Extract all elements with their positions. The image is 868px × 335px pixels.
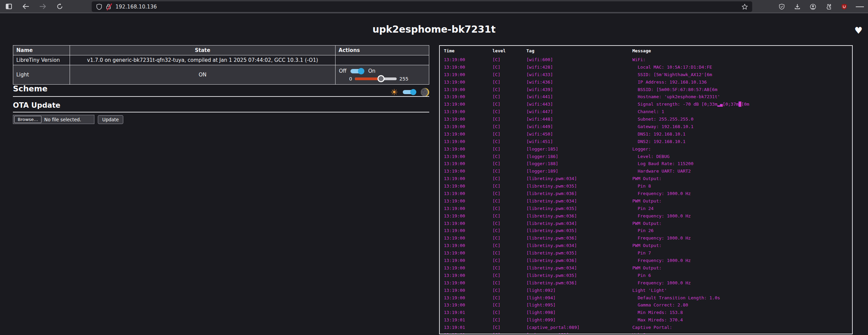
log-cell-message: PWM Output: (632, 242, 852, 249)
log-cell-time: 13:19:01 (444, 331, 492, 334)
log-cell-level: [C] (492, 93, 526, 101)
log-row: 13:19:00[C][libretiny.pwm:036] Frequency… (440, 212, 852, 220)
log-cell-message: DNS1: 192.168.10.1 (632, 130, 852, 138)
col-header-name: Name (13, 46, 70, 55)
log-cell-time: 13:19:00 (444, 212, 492, 220)
page-title: upk2esphome-bk7231t (0, 24, 868, 35)
insecure-lock-icon[interactable] (106, 3, 112, 10)
log-cell-time: 13:19:00 (444, 242, 492, 249)
back-icon[interactable] (22, 2, 30, 11)
log-row: 13:19:00[C][light:094] Default Transitio… (440, 294, 852, 302)
update-button[interactable]: Update (98, 115, 123, 124)
log-cell-time: 13:19:00 (444, 182, 492, 190)
log-cell-message: Pin 6 (632, 272, 852, 279)
log-cell-tag: [wifi:600] (526, 56, 632, 64)
log-cell-level: [C] (492, 64, 526, 71)
log-panel[interactable]: Time level Tag Message 13:19:00[C][wifi:… (439, 45, 853, 334)
log-cell-level: [C] (492, 227, 526, 234)
log-cell-message: WiFi: (632, 56, 852, 64)
light-toggle[interactable] (350, 69, 364, 73)
log-cell-level: [C] (492, 242, 526, 249)
light-off-label: Off (339, 68, 346, 74)
entity-state: v1.7.0 on generic-bk7231t-qfn32-tuya, co… (70, 55, 335, 65)
bookmark-star-icon[interactable] (741, 3, 749, 11)
log-cell-tag: [libretiny.pwm:036] (526, 279, 632, 287)
log-row: 13:19:01[C][light:098] Min Mireds: 153.8 (440, 309, 852, 316)
log-cell-message: Hardware UART: UART2 (632, 168, 852, 175)
log-cell-level: [C] (492, 190, 526, 197)
log-cell-time: 13:19:00 (444, 153, 492, 160)
log-cell-level: [C] (492, 287, 526, 294)
log-cell-message: PWM Output: (632, 264, 852, 272)
log-cell-message: Local MAC: 10:5A:17:D1:D4:FE (632, 64, 852, 71)
log-row: 13:19:00[C][wifi:443] Signal strength: -… (440, 101, 852, 108)
ota-divider (13, 112, 429, 112)
log-cell-tag: [web_server:153] (526, 331, 632, 334)
log-cell-message: Light 'Light' (632, 287, 852, 294)
brightness-min-label: 0 (349, 76, 352, 82)
log-cell-level: [C] (492, 316, 526, 324)
log-cell-level: [C] (492, 116, 526, 123)
log-cell-message: Captive Portal: (632, 324, 852, 331)
log-cell-message: Frequency: 1000.0 Hz (632, 234, 852, 242)
browse-button[interactable]: Browse… (14, 116, 41, 123)
log-cell-tag: [libretiny.pwm:036] (526, 257, 632, 264)
log-row: 13:19:00[C][libretiny.pwm:036] Frequency… (440, 257, 852, 264)
log-cell-level: [C] (492, 123, 526, 130)
brightness-slider-fill (355, 77, 381, 80)
tracking-protection-shield-icon[interactable] (95, 3, 103, 11)
log-row: 13:19:00[C][wifi:441] Hostname: 'upk2esp… (440, 93, 852, 101)
log-cell-level: [C] (492, 153, 526, 160)
menu-icon[interactable] (856, 3, 864, 11)
log-cell-message: Pin 24 (632, 205, 852, 212)
log-cell-time: 13:19:00 (444, 197, 492, 205)
ublock-shield-icon[interactable] (840, 3, 848, 11)
log-row: 13:19:00[C][libretiny.pwm:036] Frequency… (440, 279, 852, 287)
heart-icon[interactable]: ♥ (854, 26, 863, 35)
downloads-icon[interactable] (793, 3, 801, 11)
file-input[interactable]: Browse… No file selected. (13, 115, 94, 124)
log-cell-level: [C] (492, 249, 526, 257)
log-cell-level: [C] (492, 138, 526, 145)
log-cell-message: Hostname: 'upk2esphome-bk7231t' (632, 93, 852, 101)
log-cell-time: 13:19:00 (444, 257, 492, 264)
url-text[interactable]: 192.168.10.136 (115, 4, 741, 10)
log-cell-tag: [libretiny.pwm:036] (526, 212, 632, 220)
scheme-toggle[interactable] (403, 90, 416, 94)
log-cell-message: Level: DEBUG (632, 153, 852, 160)
log-cell-tag: [light:099] (526, 316, 632, 324)
log-cell-tag: [libretiny.pwm:034] (526, 264, 632, 272)
forward-icon[interactable] (39, 2, 47, 11)
log-cell-level: [C] (492, 272, 526, 279)
log-cell-time: 13:19:00 (444, 123, 492, 130)
log-row: 13:19:00[C][wifi:449] Gateway: 192.168.1… (440, 123, 852, 130)
extensions-puzzle-icon[interactable] (825, 3, 833, 11)
entity-actions: Off On 0 255 (336, 65, 429, 85)
log-cell-time: 13:19:00 (444, 138, 492, 145)
moon-icon (421, 88, 429, 96)
brightness-slider-thumb[interactable] (378, 75, 385, 82)
log-cell-time: 13:19:00 (444, 190, 492, 197)
log-row: 13:19:00[C][wifi:439] BSSID: [5m00:5F:67… (440, 86, 852, 93)
log-cell-tag: [libretiny.pwm:036] (526, 234, 632, 242)
brightness-slider[interactable] (355, 77, 397, 80)
table-header-row: Name State Actions (13, 46, 429, 55)
entity-table: Name State Actions LibreTiny Version v1.… (13, 45, 429, 85)
log-row: 13:19:00[C][wifi:433] SSID: [5m'Nighthaw… (440, 71, 852, 78)
reload-icon[interactable] (56, 2, 64, 11)
url-bar[interactable]: 192.168.10.136 (92, 1, 752, 12)
log-cell-level: [C] (492, 324, 526, 331)
sidebar-icon[interactable] (5, 2, 13, 11)
log-cell-level: [C] (492, 220, 526, 227)
log-row: 13:19:00[C][logger:189] Hardware UART: U… (440, 168, 852, 175)
privacy-shield-icon[interactable] (778, 3, 786, 11)
log-cell-time: 13:19:00 (444, 145, 492, 153)
account-icon[interactable] (809, 3, 817, 11)
col-header-actions: Actions (336, 46, 429, 55)
log-cell-time: 13:19:00 (444, 220, 492, 227)
log-header-time: Time (444, 48, 492, 56)
log-cell-message: SSID: [5m'Nighthawk_AX12'[6m (632, 71, 852, 78)
ota-heading: OTA Update (13, 101, 60, 109)
sun-icon: ☀ (391, 88, 398, 96)
log-row: 13:19:00[C][libretiny.pwm:034]PWM Output… (440, 197, 852, 205)
